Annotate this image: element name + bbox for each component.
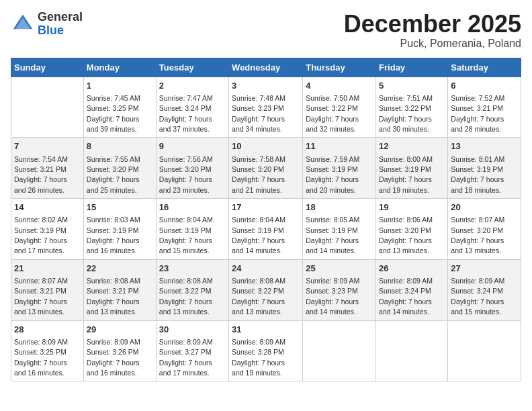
calendar-cell: 12Sunrise: 8:00 AMSunset: 3:19 PMDayligh… [376, 138, 448, 199]
title-block: December 2025 Puck, Pomerania, Poland [344, 11, 521, 50]
logo-general: General [38, 11, 83, 24]
col-header-tuesday: Tuesday [156, 58, 228, 77]
cell-sunrise: Sunrise: 8:02 AMSunset: 3:19 PMDaylight:… [14, 216, 68, 255]
day-number: 12 [379, 140, 445, 152]
day-number: 17 [232, 201, 300, 214]
day-number: 24 [232, 263, 300, 275]
calendar-cell: 22Sunrise: 8:08 AMSunset: 3:21 PMDayligh… [83, 259, 156, 320]
calendar-week-5: 28Sunrise: 8:09 AMSunset: 3:25 PMDayligh… [11, 320, 521, 381]
calendar-cell: 27Sunrise: 8:09 AMSunset: 3:24 PMDayligh… [448, 259, 521, 320]
cell-sunrise: Sunrise: 7:48 AMSunset: 3:23 PMDaylight:… [232, 94, 285, 133]
calendar-header-row: SundayMondayTuesdayWednesdayThursdayFrid… [11, 58, 521, 77]
calendar-week-3: 14Sunrise: 8:02 AMSunset: 3:19 PMDayligh… [11, 199, 521, 260]
col-header-friday: Friday [376, 58, 448, 77]
calendar-cell: 24Sunrise: 8:08 AMSunset: 3:22 PMDayligh… [229, 259, 303, 320]
calendar-cell [11, 77, 84, 138]
cell-sunrise: Sunrise: 8:03 AMSunset: 3:19 PMDaylight:… [87, 216, 140, 255]
calendar-cell [376, 320, 448, 381]
calendar-cell: 5Sunrise: 7:51 AMSunset: 3:22 PMDaylight… [376, 77, 448, 138]
cell-sunrise: Sunrise: 8:08 AMSunset: 3:22 PMDaylight:… [159, 277, 213, 316]
day-number: 11 [306, 140, 373, 152]
cell-sunrise: Sunrise: 7:54 AMSunset: 3:21 PMDaylight:… [14, 155, 68, 194]
cell-sunrise: Sunrise: 8:08 AMSunset: 3:21 PMDaylight:… [87, 277, 140, 316]
day-number: 19 [379, 201, 445, 214]
calendar-cell: 15Sunrise: 8:03 AMSunset: 3:19 PMDayligh… [83, 199, 156, 260]
calendar-cell: 30Sunrise: 8:09 AMSunset: 3:27 PMDayligh… [156, 320, 228, 381]
cell-sunrise: Sunrise: 7:51 AMSunset: 3:22 PMDaylight:… [379, 94, 433, 133]
day-number: 5 [379, 80, 445, 92]
calendar-cell: 2Sunrise: 7:47 AMSunset: 3:24 PMDaylight… [156, 77, 228, 138]
day-number: 25 [306, 263, 373, 275]
cell-sunrise: Sunrise: 8:09 AMSunset: 3:27 PMDaylight:… [159, 338, 213, 377]
day-number: 31 [232, 324, 300, 336]
cell-sunrise: Sunrise: 8:05 AMSunset: 3:19 PMDaylight:… [306, 216, 359, 255]
cell-sunrise: Sunrise: 8:08 AMSunset: 3:22 PMDaylight:… [232, 277, 285, 316]
cell-sunrise: Sunrise: 7:58 AMSunset: 3:20 PMDaylight:… [232, 155, 285, 194]
logo-icon [11, 12, 35, 36]
cell-sunrise: Sunrise: 8:07 AMSunset: 3:21 PMDaylight:… [14, 277, 68, 316]
cell-sunrise: Sunrise: 8:09 AMSunset: 3:24 PMDaylight:… [379, 277, 433, 316]
calendar-cell: 7Sunrise: 7:54 AMSunset: 3:21 PMDaylight… [11, 138, 84, 199]
cell-sunrise: Sunrise: 8:09 AMSunset: 3:28 PMDaylight:… [232, 338, 285, 377]
cell-sunrise: Sunrise: 7:52 AMSunset: 3:21 PMDaylight:… [451, 94, 504, 133]
cell-sunrise: Sunrise: 7:55 AMSunset: 3:20 PMDaylight:… [87, 155, 140, 194]
day-number: 9 [159, 140, 226, 152]
cell-sunrise: Sunrise: 8:09 AMSunset: 3:24 PMDaylight:… [451, 277, 504, 316]
cell-sunrise: Sunrise: 7:50 AMSunset: 3:22 PMDaylight:… [306, 94, 359, 133]
day-number: 18 [306, 201, 373, 214]
calendar-cell: 10Sunrise: 7:58 AMSunset: 3:20 PMDayligh… [229, 138, 303, 199]
calendar-cell: 21Sunrise: 8:07 AMSunset: 3:21 PMDayligh… [11, 259, 84, 320]
day-number: 23 [159, 263, 226, 275]
calendar-cell: 9Sunrise: 7:56 AMSunset: 3:20 PMDaylight… [156, 138, 228, 199]
day-number: 7 [14, 140, 81, 152]
calendar-cell: 4Sunrise: 7:50 AMSunset: 3:22 PMDaylight… [303, 77, 376, 138]
calendar-cell: 6Sunrise: 7:52 AMSunset: 3:21 PMDaylight… [448, 77, 521, 138]
calendar-cell: 17Sunrise: 8:04 AMSunset: 3:19 PMDayligh… [229, 199, 303, 260]
cell-sunrise: Sunrise: 8:07 AMSunset: 3:20 PMDaylight:… [451, 216, 504, 255]
logo-blue: Blue [38, 24, 83, 38]
calendar-cell: 31Sunrise: 8:09 AMSunset: 3:28 PMDayligh… [229, 320, 303, 381]
calendar-week-1: 1Sunrise: 7:45 AMSunset: 3:25 PMDaylight… [11, 77, 521, 138]
calendar-table: SundayMondayTuesdayWednesdayThursdayFrid… [11, 58, 521, 382]
calendar-cell: 14Sunrise: 8:02 AMSunset: 3:19 PMDayligh… [11, 199, 84, 260]
day-number: 14 [14, 201, 81, 214]
calendar-cell: 16Sunrise: 8:04 AMSunset: 3:19 PMDayligh… [156, 199, 228, 260]
calendar-cell: 8Sunrise: 7:55 AMSunset: 3:20 PMDaylight… [83, 138, 156, 199]
day-number: 27 [451, 263, 518, 275]
calendar-cell [448, 320, 521, 381]
day-number: 2 [159, 80, 226, 92]
day-number: 8 [87, 140, 153, 152]
calendar-cell: 26Sunrise: 8:09 AMSunset: 3:24 PMDayligh… [376, 259, 448, 320]
calendar-cell: 25Sunrise: 8:09 AMSunset: 3:23 PMDayligh… [303, 259, 376, 320]
day-number: 13 [451, 140, 518, 152]
logo: General Blue [11, 11, 83, 38]
day-number: 29 [87, 324, 153, 336]
calendar-cell: 29Sunrise: 8:09 AMSunset: 3:26 PMDayligh… [83, 320, 156, 381]
cell-sunrise: Sunrise: 8:00 AMSunset: 3:19 PMDaylight:… [379, 155, 433, 194]
day-number: 1 [87, 80, 153, 92]
subtitle: Puck, Pomerania, Poland [344, 38, 521, 50]
cell-sunrise: Sunrise: 8:09 AMSunset: 3:25 PMDaylight:… [14, 338, 68, 377]
cell-sunrise: Sunrise: 7:47 AMSunset: 3:24 PMDaylight:… [159, 94, 213, 133]
day-number: 10 [232, 140, 300, 152]
day-number: 3 [232, 80, 300, 92]
calendar-cell: 1Sunrise: 7:45 AMSunset: 3:25 PMDaylight… [83, 77, 156, 138]
calendar-cell: 23Sunrise: 8:08 AMSunset: 3:22 PMDayligh… [156, 259, 228, 320]
col-header-wednesday: Wednesday [229, 58, 303, 77]
calendar-week-4: 21Sunrise: 8:07 AMSunset: 3:21 PMDayligh… [11, 259, 521, 320]
cell-sunrise: Sunrise: 8:04 AMSunset: 3:19 PMDaylight:… [232, 216, 285, 255]
cell-sunrise: Sunrise: 7:45 AMSunset: 3:25 PMDaylight:… [87, 94, 140, 133]
day-number: 26 [379, 263, 445, 275]
cell-sunrise: Sunrise: 8:09 AMSunset: 3:26 PMDaylight:… [87, 338, 140, 377]
day-number: 15 [87, 201, 153, 214]
day-number: 20 [451, 201, 518, 214]
day-number: 22 [87, 263, 153, 275]
day-number: 4 [306, 80, 373, 92]
calendar-cell: 11Sunrise: 7:59 AMSunset: 3:19 PMDayligh… [303, 138, 376, 199]
calendar-cell: 13Sunrise: 8:01 AMSunset: 3:19 PMDayligh… [448, 138, 521, 199]
day-number: 28 [14, 324, 81, 336]
cell-sunrise: Sunrise: 8:06 AMSunset: 3:20 PMDaylight:… [379, 216, 433, 255]
col-header-saturday: Saturday [448, 58, 521, 77]
cell-sunrise: Sunrise: 8:09 AMSunset: 3:23 PMDaylight:… [306, 277, 359, 316]
col-header-sunday: Sunday [11, 58, 84, 77]
